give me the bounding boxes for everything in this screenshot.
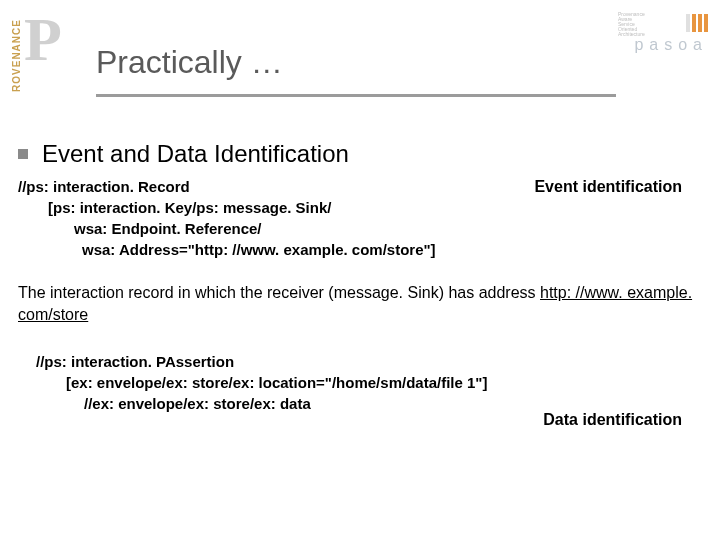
pasoa-word: pasoa [634,36,708,54]
pasoa-bars-icon [686,14,708,32]
logo-rotated-text: ROVENANCE [11,19,22,92]
data-identification-label: Data identification [543,409,682,431]
pasoa-tagline: Provenance Aware Service Oriented Archit… [618,12,668,37]
code-line: [ex: envelope/ex: store/ex: location="/h… [36,372,702,393]
section-heading: Event and Data Identification [18,140,702,168]
event-code-block: Event identification //ps: interaction. … [18,176,702,260]
slide-title: Practically … [96,44,283,81]
description-text: The interaction record in which the rece… [18,282,702,325]
code-line: wsa: Endpoint. Reference/ [18,218,702,239]
code-line: //ps: interaction. PAssertion [36,351,702,372]
event-identification-label: Event identification [534,176,682,198]
code-line: wsa: Address="http: //www. example. com/… [18,239,702,260]
data-code-block: //ps: interaction. PAssertion [ex: envel… [36,351,702,414]
description-prefix: The interaction record in which the rece… [18,284,540,301]
slide-content: Event and Data Identification Event iden… [18,140,702,414]
pasoa-logo: Provenance Aware Service Oriented Archit… [634,14,708,54]
logo-letter-p: P [24,8,62,70]
code-line: [ps: interaction. Key/ps: message. Sink/ [18,197,702,218]
bullet-icon [18,149,28,159]
section-title: Event and Data Identification [42,140,349,168]
provenance-logo: ROVENANCE P [6,8,66,98]
title-underline [96,94,616,97]
